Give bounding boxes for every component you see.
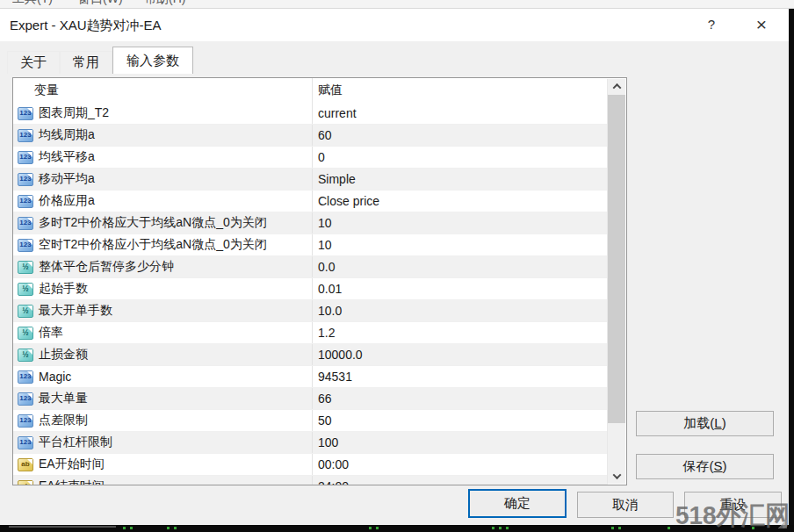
table-header: 变量 赋值 [13, 78, 626, 103]
param-name: 均线周期a [39, 127, 95, 143]
table-row[interactable]: ½止损金额10000.0 [13, 344, 608, 366]
param-value[interactable]: current [313, 103, 608, 124]
menu-item-tools[interactable]: 工具(T) [12, 0, 53, 7]
param-value[interactable]: Close price [313, 191, 608, 212]
tab-strip: 关于 常用 输入参数 [7, 47, 193, 74]
table-row[interactable]: 123最大单量66 [13, 388, 608, 410]
cancel-button[interactable]: 取消 [577, 492, 674, 518]
param-value[interactable]: 00:00 [313, 454, 608, 475]
int-type-icon: 123 [18, 370, 33, 384]
scrollbar-thumb[interactable] [608, 95, 625, 423]
load-label: 加载( [683, 415, 714, 430]
close-icon[interactable]: × [748, 9, 775, 41]
param-value[interactable]: 66 [313, 388, 608, 409]
param-value[interactable]: 50 [313, 410, 608, 431]
int-type-icon: 123 [18, 129, 33, 142]
table-row[interactable]: 123移动平均aSimple [13, 169, 608, 191]
param-name: 起始手数 [39, 281, 88, 297]
table-row[interactable]: ½整体平仓后暂停多少分钟0.0 [13, 256, 608, 278]
table-row[interactable]: ½最大开单手数10.0 [13, 300, 608, 322]
tab-inputs[interactable]: 输入参数 [112, 47, 193, 74]
table-row[interactable]: 123均线平移a0 [13, 147, 608, 169]
site-watermark: 518外汇网 [675, 498, 790, 532]
table-row[interactable]: abEA开始时间00:00 [13, 454, 608, 476]
param-value[interactable]: 60 [313, 125, 608, 146]
ok-button[interactable]: 确定 [468, 489, 567, 518]
scroll-down-button[interactable] [608, 469, 625, 484]
string-type-icon: ab [18, 458, 33, 471]
int-type-icon: 123 [18, 414, 33, 428]
table-row[interactable]: 123多时T2中价格应大于均线aN微点_0为关闭10 [13, 212, 608, 234]
vertical-scrollbar[interactable] [607, 79, 625, 484]
double-type-icon: ½ [18, 327, 33, 340]
int-type-icon: 123 [18, 239, 33, 252]
load-label-close: ) [722, 415, 726, 430]
table-row[interactable]: ½起始手数0.01 [13, 278, 608, 300]
save-button[interactable]: 保存(S) [636, 454, 774, 479]
param-name: 最大开单手数 [39, 303, 112, 319]
tab-common[interactable]: 常用 [60, 51, 112, 74]
dialog-titlebar: Expert - XAU趋势对冲-EA ? × [0, 9, 789, 41]
param-name: 空时T2中价格应小于均线aN微点_0为关闭 [39, 237, 267, 253]
table-row[interactable]: 123点差限制50 [13, 410, 608, 432]
table-row[interactable]: 123图表周期_T2current [13, 103, 608, 125]
table-row[interactable]: 123平台杠杆限制100 [13, 432, 608, 454]
param-value[interactable]: 1.2 [313, 322, 608, 343]
param-name: 图表周期_T2 [39, 105, 109, 121]
table-row[interactable]: 123Magic94531 [13, 366, 608, 388]
help-icon[interactable]: ? [698, 9, 725, 41]
param-value[interactable]: 10 [313, 234, 608, 255]
tab-about[interactable]: 关于 [7, 51, 60, 74]
param-value[interactable]: 0.01 [313, 278, 608, 299]
param-value[interactable]: 24:00 [313, 476, 608, 485]
table-row[interactable]: 123价格应用aClose price [13, 191, 608, 212]
param-value[interactable]: 0 [313, 147, 608, 168]
int-type-icon: 123 [18, 107, 33, 120]
load-button[interactable]: 加载(L) [636, 411, 774, 436]
param-value[interactable]: 10 [313, 212, 608, 234]
double-type-icon: ½ [18, 261, 33, 274]
load-shortcut: L [714, 415, 721, 430]
dialog-title: Expert - XAU趋势对冲-EA [10, 9, 162, 41]
param-name: 价格应用a [39, 193, 95, 209]
table-row[interactable]: ½倍率1.2 [13, 322, 608, 344]
param-name: 均线平移a [39, 149, 95, 165]
save-label-close: ) [723, 458, 727, 473]
param-value[interactable]: 100 [313, 432, 608, 453]
background-menubar: 工具(T) 窗口(W) 帮助(H) [0, 0, 794, 9]
menu-item-window[interactable]: 窗口(W) [78, 0, 123, 7]
chevron-up-icon [612, 83, 621, 92]
table-row[interactable]: 123空时T2中价格应小于均线aN微点_0为关闭10 [13, 234, 608, 256]
resize-grip-icon [778, 520, 787, 528]
header-variable: 变量 [13, 78, 313, 103]
string-type-icon: ab [18, 480, 33, 486]
param-name: 移动平均a [39, 171, 95, 187]
menu-item-help[interactable]: 帮助(H) [144, 0, 185, 7]
param-name: 整体平仓后暂停多少分钟 [39, 259, 174, 275]
param-value[interactable]: 10.0 [313, 300, 608, 321]
param-value[interactable]: Simple [313, 169, 608, 190]
table-row[interactable]: 123均线周期a60 [13, 125, 608, 147]
int-type-icon: 123 [18, 195, 33, 208]
double-type-icon: ½ [18, 349, 33, 362]
param-name: 平台杠杆限制 [39, 435, 112, 450]
param-name: EA开始时间 [39, 457, 105, 472]
scroll-up-button[interactable] [608, 79, 625, 94]
int-type-icon: 123 [18, 151, 33, 164]
param-value[interactable]: 10000.0 [313, 344, 608, 365]
param-name: 最大单量 [39, 391, 88, 406]
param-name: EA结束时间 [39, 478, 105, 485]
param-value[interactable]: 94531 [313, 366, 608, 387]
expert-properties-dialog: 工具(T) 窗口(W) 帮助(H) Expert - XAU趋势对冲-EA ? … [0, 0, 794, 532]
int-type-icon: 123 [18, 173, 33, 186]
header-value: 赋值 [313, 83, 343, 98]
param-name: 倍率 [39, 325, 63, 341]
table-row[interactable]: abEA结束时间24:00 [13, 476, 608, 485]
int-type-icon: 123 [18, 392, 33, 406]
double-type-icon: ½ [18, 283, 33, 296]
param-name: Magic [39, 370, 71, 384]
param-name: 多时T2中价格应大于均线aN微点_0为关闭 [39, 215, 267, 231]
param-value[interactable]: 0.0 [313, 256, 608, 277]
table-rows: 123图表周期_T2current123均线周期a60123均线平移a0123移… [13, 103, 626, 485]
param-name: 点差限制 [39, 413, 88, 428]
